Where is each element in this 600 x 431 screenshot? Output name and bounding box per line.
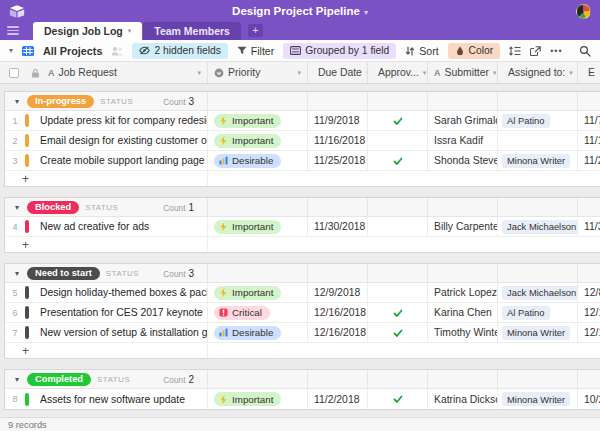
table-row[interactable]: 3 Create mobile support landing page Des… [5, 151, 600, 171]
due-date-cell[interactable]: 12/16/2018 [308, 303, 368, 322]
priority-cell[interactable]: Important [208, 111, 308, 130]
add-record-row[interactable]: + [5, 237, 600, 252]
approved-cell[interactable] [368, 283, 428, 302]
table-row[interactable]: 5 Design holiday-themed boxes & packagin… [5, 283, 600, 303]
submitter-cell[interactable]: Sarah Grimaldi [428, 111, 498, 130]
submitter-cell[interactable]: Billy Carpenter [428, 217, 498, 236]
due-date-cell[interactable]: 11/2/2018 [308, 389, 368, 409]
column-header-assigned-to[interactable]: Assigned to: ▾ [498, 62, 578, 83]
approved-cell[interactable] [368, 389, 428, 409]
row-height-icon[interactable] [509, 46, 521, 56]
share-view-icon[interactable] [530, 46, 541, 56]
collapse-group-icon[interactable]: ▾ [15, 269, 19, 278]
column-header-due-date[interactable]: Due Date ▾ [308, 62, 368, 83]
hidden-fields-button[interactable]: 2 hidden fields [132, 43, 227, 59]
row-number: 2 [5, 136, 25, 146]
column-header-job-request[interactable]: A Job Request ▾ [0, 62, 208, 83]
job-request-cell[interactable]: 4 New ad creative for ads [5, 217, 208, 236]
user-avatar[interactable] [576, 4, 591, 19]
collaborators-icon[interactable] [111, 46, 123, 56]
filter-button[interactable]: Filter [237, 45, 274, 57]
add-table-button[interactable]: + [248, 24, 263, 37]
end-date-cell[interactable]: 12/1 [578, 303, 600, 322]
submitter-cell[interactable]: Shonda Stevens [428, 151, 498, 170]
submitter-cell[interactable]: Patrick Lopez [428, 283, 498, 302]
due-date-cell[interactable]: 11/30/2018 [308, 217, 368, 236]
job-request-cell[interactable]: 2 Email design for existing customer out… [5, 131, 208, 150]
assigned-cell[interactable]: Al Patino [498, 303, 578, 322]
column-header-end-date[interactable]: E [578, 62, 600, 83]
add-record-row[interactable]: + [5, 171, 600, 186]
end-date-cell[interactable]: 12/8 [578, 283, 600, 302]
due-date-cell[interactable]: 12/16/2018 [308, 323, 368, 342]
submitter-cell[interactable]: Katrina Dickson [428, 389, 498, 409]
priority-cell[interactable]: Important [208, 389, 308, 409]
job-request-cell[interactable]: 1 Update press kit for company redesign [5, 111, 208, 130]
view-name[interactable]: All Projects [43, 45, 102, 57]
sort-button[interactable]: Sort [405, 45, 438, 57]
approved-cell[interactable] [368, 151, 428, 170]
end-date-cell[interactable]: 12/1 [578, 323, 600, 342]
approved-cell[interactable] [368, 303, 428, 322]
assigned-cell[interactable]: Minona Writer [498, 151, 578, 170]
due-date-cell[interactable]: 12/9/2018 [308, 283, 368, 302]
table-row[interactable]: 7 New version of setup & installation gu… [5, 323, 600, 343]
column-header-priority[interactable]: Priority ▾ [208, 62, 308, 83]
base-title[interactable]: Design Project Pipeline▾ [0, 5, 600, 17]
end-date-cell[interactable]: 11/11 [578, 131, 600, 150]
table-row[interactable]: 8 Assets for new software update Importa… [5, 389, 600, 409]
column-header-submitter[interactable]: A Submitter ▾ [428, 62, 498, 83]
assigned-cell[interactable]: Jack Michaelson Jodi [498, 217, 578, 236]
priority-cell[interactable]: Important [208, 283, 308, 302]
table-row[interactable]: 6 Presentation for CES 2017 keynote Crit… [5, 303, 600, 323]
end-date-cell[interactable]: 11/3 [578, 217, 600, 236]
hamburger-icon[interactable] [7, 26, 27, 35]
group-completed: ▾ Completed STATUS Count2 8 Assets for n… [4, 369, 600, 410]
due-date-cell[interactable]: 11/25/2018 [308, 151, 368, 170]
tab-design-job-log[interactable]: Design Job Log ▾ [33, 22, 142, 40]
priority-cell[interactable]: Desirable [208, 151, 308, 170]
assigned-cell[interactable]: Jack Michaelson Al Patino [498, 283, 578, 302]
approved-cell[interactable] [368, 131, 428, 150]
add-record-row[interactable]: + [5, 343, 600, 358]
priority-cell[interactable]: Important [208, 217, 308, 236]
collapse-group-icon[interactable]: ▾ [15, 97, 19, 106]
job-request-cell[interactable]: 7 New version of setup & installation gu… [5, 323, 208, 342]
column-header-approved[interactable]: Approv... ▾ [368, 62, 428, 83]
due-date-cell[interactable]: 11/16/2018 [308, 131, 368, 150]
views-sidebar-toggle[interactable]: ▾ [9, 46, 13, 55]
assigned-cell[interactable]: Al Patino [498, 111, 578, 130]
job-request-cell[interactable]: 6 Presentation for CES 2017 keynote [5, 303, 208, 322]
submitter-cell[interactable]: Timothy Winters [428, 323, 498, 342]
end-date-cell[interactable]: 11/2 [578, 151, 600, 170]
approved-cell[interactable] [368, 111, 428, 130]
assigned-cell[interactable]: Minona Writer [498, 389, 578, 409]
color-button[interactable]: Color [448, 43, 501, 59]
collapse-group-icon[interactable]: ▾ [15, 375, 19, 384]
table-row[interactable]: 4 New ad creative for ads Important 11/3… [5, 217, 600, 237]
assigned-cell[interactable] [498, 131, 578, 150]
priority-cell[interactable]: Critical [208, 303, 308, 322]
select-all-checkbox[interactable] [9, 68, 19, 78]
job-request-cell[interactable]: 3 Create mobile support landing page [5, 151, 208, 170]
collapse-group-icon[interactable]: ▾ [15, 203, 19, 212]
job-request-cell[interactable]: 5 Design holiday-themed boxes & packagin… [5, 283, 208, 302]
assigned-cell[interactable]: Minona Writer [498, 323, 578, 342]
submitter-cell[interactable]: Issra Kadif [428, 131, 498, 150]
approved-cell[interactable] [368, 217, 428, 236]
job-request-cell[interactable]: 8 Assets for new software update [5, 389, 208, 409]
end-date-cell[interactable]: 10/2 [578, 389, 600, 409]
approved-cell[interactable] [368, 323, 428, 342]
search-icon[interactable] [579, 45, 591, 57]
table-row[interactable]: 1 Update press kit for company redesign … [5, 111, 600, 131]
due-date-cell[interactable]: 11/9/2018 [308, 111, 368, 130]
check-icon [393, 328, 403, 338]
priority-cell[interactable]: Desirable [208, 323, 308, 342]
submitter-cell[interactable]: Karina Chen [428, 303, 498, 322]
table-row[interactable]: 2 Email design for existing customer out… [5, 131, 600, 151]
more-options-button[interactable]: ••• [550, 46, 562, 56]
group-button[interactable]: Grouped by 1 field [283, 43, 396, 59]
end-date-cell[interactable]: 11/7/ [578, 111, 600, 130]
tab-team-members[interactable]: Team Members [143, 22, 241, 40]
priority-cell[interactable]: Important [208, 131, 308, 150]
